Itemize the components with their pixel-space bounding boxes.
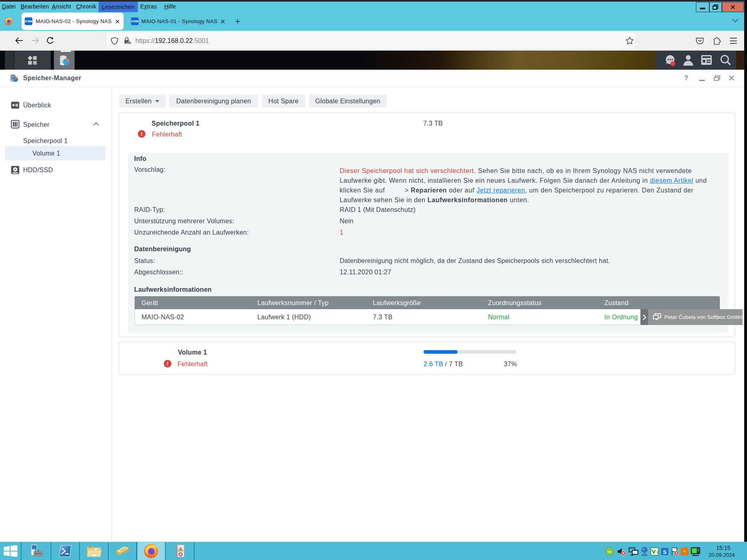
svg-text:?: ? — [657, 551, 659, 555]
svg-text:sbx: sbx — [608, 550, 612, 553]
svg-text:S: S — [663, 549, 667, 555]
